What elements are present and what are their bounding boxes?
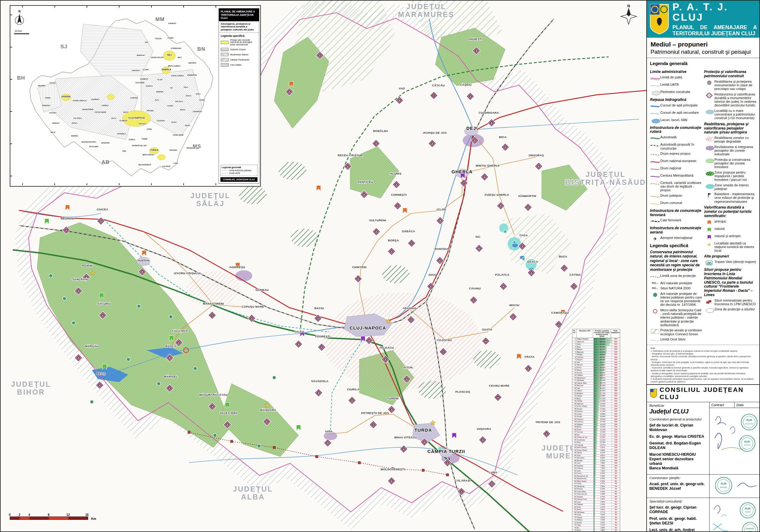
svg-text:2: 2	[102, 314, 104, 317]
legend-item-label: Drum expres propus	[660, 152, 691, 155]
svg-text:6: 6	[298, 343, 300, 346]
settlement-label: VULTURENI	[369, 218, 386, 222]
settlement-label: MICA	[499, 135, 506, 139]
scale-unit: Km	[91, 517, 96, 520]
inset-town-label: SIC	[170, 87, 173, 89]
legend-item-label: Reabilitarea zonelor cu peisaje degradat…	[714, 136, 756, 143]
inset-town-label: MARGAU	[52, 122, 60, 124]
svg-text:2: 2	[66, 229, 67, 232]
svg-text:6: 6	[266, 420, 268, 423]
table-row: 52Aiton7.02%9%	[572, 470, 620, 473]
settlement-label: VAD	[399, 87, 405, 90]
hatch-pink-icon	[704, 136, 714, 142]
legend-item: Micro-delta Someşului Cald - zonă natura…	[650, 308, 702, 327]
ring-red-icon	[650, 308, 660, 314]
table-row: 8Chiuieşti38.09%40%	[572, 356, 620, 359]
sheet-title: P. A. T. J. CLUJ	[673, 2, 757, 23]
legend-specific-title: Legenda specifică	[650, 243, 702, 248]
legend-item-label: Autostradă	[660, 135, 676, 139]
svg-text:5: 5	[100, 220, 102, 222]
legend-item: Zone umede de interes judeţean	[704, 183, 756, 191]
neighbor-county-label: BIHOR	[17, 388, 45, 396]
road-express-icon	[650, 152, 660, 158]
inset-town-label: RÂSCA	[72, 122, 77, 124]
legend-group-title: Valorificarea durabilă a zonelor cu pote…	[704, 206, 756, 218]
table-row: 39Jichişu de Jos11.66%15%	[572, 436, 620, 439]
inset-town-label: PANTICEU	[132, 70, 140, 72]
inset-town-label: AITON	[147, 128, 152, 130]
hlines-swatch	[221, 48, 229, 51]
table-row: 26Aghireşu19.41%24%	[572, 403, 620, 406]
settlement-label: MĂNĂSTIRENI	[203, 302, 224, 305]
inset-legend-subtitle: Amenajarea, protejarea şi valorificarea …	[219, 21, 259, 33]
section-title: Mediul – propuneri	[650, 41, 756, 48]
legend-item-label: Centură, variantă ocolitoare sau drum de…	[660, 181, 702, 192]
inset-legend-general: Legenda generală Limita teritoriului jud…	[220, 165, 258, 176]
table-row: 71Pălatca3.36%4%	[572, 519, 620, 522]
legend-item-label: antropic	[714, 219, 726, 223]
neighbor-county-label: SĂLAJ	[196, 199, 225, 208]
legend-item-label: natural	[714, 227, 725, 230]
svg-text:3: 3	[347, 165, 349, 168]
legend-item-label: Revitalizarea si integrarea peisajelor d…	[714, 145, 756, 156]
blob-blue-icon	[704, 109, 714, 115]
svg-text:3: 3	[317, 317, 319, 320]
road-county-icon	[650, 194, 660, 199]
table-row: 51Cojocna7.30%9%	[572, 467, 620, 470]
svg-text:RUR: RUR	[745, 507, 751, 510]
svg-text:6: 6	[512, 315, 514, 318]
settlement-label: ALUNIŞ	[390, 172, 401, 175]
table-row: 65Călăraşi4.23%5%	[572, 504, 620, 506]
legend-group-title: Limite administrative	[650, 70, 702, 74]
legend-item: Limită zone de protecţie	[650, 274, 702, 280]
svg-text:4: 4	[376, 230, 377, 233]
legend-item-label: Situri nominalizate pentru înscrierea în…	[714, 299, 756, 306]
table-row: 3Gilău53.93%60%	[572, 343, 620, 346]
inset-town-label: VAD	[145, 41, 148, 43]
settlement-label: PĂLATCA	[495, 273, 509, 276]
svg-text:7: 7	[212, 314, 213, 317]
table-row: 47Sânmărtin8.53%11%	[572, 457, 620, 459]
legend-group-title: Infrastructura de comunicaţie aeriană	[650, 226, 702, 235]
legend-specific-intro: Conservarea patrimoniul natural, de inte…	[650, 250, 702, 272]
inset-legend: PLANUL DE AMENAJARE A TERITORIULUI JUDEŢ…	[218, 8, 259, 184]
legend-item-label: Arii naturale protejate	[660, 281, 692, 285]
monument-marker[interactable]: 2	[543, 430, 550, 437]
legend-item-label: Limită Ocol Silvic	[660, 337, 686, 341]
settlement-label: BĂIŞOARA	[260, 408, 276, 411]
svg-text:7: 7	[373, 423, 374, 426]
inset-town-label: CIUCEA	[50, 82, 56, 84]
table-row: 73Ţaga3.11%4%	[572, 524, 620, 527]
inset-town-label: CASEIU	[167, 37, 173, 39]
table-row: 22Bobâlna22.74%26%	[572, 393, 620, 395]
table-row: 67Mociu3.92%5%	[572, 508, 620, 511]
settlement-label: RECEA-CRISTUR	[338, 154, 363, 157]
credit-name: Marcel IONESCU-HEROIUExpert senior dezvo…	[649, 452, 707, 471]
inset-town-label: SACUIEU	[49, 112, 57, 114]
settlement-label: UNGURAŞ	[529, 154, 544, 157]
inset-town-label: CORNESTI	[140, 78, 148, 80]
legend-item-label: Zone propuse pentru impadurire / perdele…	[714, 170, 756, 182]
svg-text:6: 6	[491, 121, 493, 124]
svg-text:3: 3	[505, 146, 506, 149]
legend-item: ★Localitate atestată ca staţiune turisti…	[704, 241, 756, 253]
svg-text:★: ★	[264, 401, 270, 409]
legend-item: Centura Metropolitană	[650, 173, 702, 179]
bdiag-swatch	[221, 58, 229, 61]
legend-item: Reabilitarea zonelor cu peisaje degradat…	[704, 136, 756, 143]
svg-text:9: 9	[368, 339, 370, 342]
table-row: 21Căşeiu23.61%28%	[572, 390, 620, 393]
legend-item: Autostradă	[650, 135, 702, 141]
settlement-label: TURENI	[387, 397, 398, 400]
road-belt-prop-icon	[650, 181, 660, 187]
table-row: 18Căpuşu Mare26.47%30%	[572, 382, 620, 385]
svg-text:7: 7	[443, 351, 444, 353]
table-row: 53Tureni6.75%9%	[572, 472, 620, 475]
inset-neighbor-label: AB	[102, 159, 110, 165]
legend-group-title: Alte propuneri	[704, 255, 756, 259]
table-row: 31Huedin15.93%20%	[572, 415, 620, 418]
settlement-label: MINTIU GHERLII	[476, 164, 499, 167]
inset-town-label: TURDA	[150, 149, 158, 151]
table-row: 6Băişoara43.34%50%	[572, 351, 620, 354]
blob-cyan-icon	[704, 183, 714, 189]
